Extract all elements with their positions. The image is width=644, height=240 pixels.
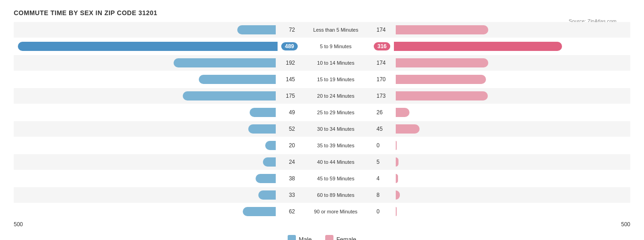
row-label: 60 to 89 Minutes <box>298 192 374 198</box>
male-label: Male <box>299 236 311 240</box>
row-label: 40 to 44 Minutes <box>298 159 374 165</box>
left-section: 52 <box>14 124 298 134</box>
male-swatch <box>288 235 296 240</box>
legend: Male Female <box>14 235 630 240</box>
female-value: 45 <box>377 126 395 132</box>
female-bar-container <box>393 42 644 51</box>
female-value: 0 <box>377 208 395 215</box>
chart-row: 72 Less than 5 Minutes 174 <box>14 22 630 38</box>
male-value: 145 <box>277 76 295 83</box>
male-value: 62 <box>277 208 295 215</box>
female-value: 0 <box>377 142 395 149</box>
chart-row: 175 20 to 24 Minutes 173 <box>14 88 630 104</box>
male-bar <box>265 141 276 150</box>
chart-row: 145 15 to 19 Minutes 170 <box>14 72 630 87</box>
left-section: 62 <box>14 207 298 216</box>
female-bar-container <box>395 75 644 84</box>
left-section: 20 <box>14 141 298 150</box>
female-bar-container <box>395 174 644 183</box>
male-bar <box>243 207 276 216</box>
row-label: 5 to 9 Minutes <box>298 44 374 49</box>
female-bar <box>396 157 398 167</box>
male-bar <box>18 42 278 51</box>
chart-row: 192 10 to 14 Minutes 174 <box>14 55 630 71</box>
female-bar <box>396 174 398 183</box>
female-value: 170 <box>377 76 395 83</box>
male-value: 489 <box>281 42 298 50</box>
row-label: 35 to 39 Minutes <box>298 143 374 148</box>
left-section: 49 <box>14 108 298 117</box>
female-bar <box>396 91 488 100</box>
female-value: 8 <box>377 192 395 198</box>
right-section: 316 <box>374 42 644 51</box>
right-section: 0 <box>374 141 644 150</box>
right-section: 173 <box>374 91 644 100</box>
female-bar-container <box>395 25 644 34</box>
male-bar <box>237 25 276 34</box>
right-section: 4 <box>374 174 644 183</box>
female-label: Female <box>336 236 356 240</box>
axis-labels: 500 500 <box>14 221 630 228</box>
female-bar <box>396 207 397 216</box>
female-bar <box>396 141 397 150</box>
row-label: 20 to 24 Minutes <box>298 93 374 99</box>
male-value: 33 <box>277 192 295 198</box>
male-bar <box>248 124 276 134</box>
row-label: 30 to 34 Minutes <box>298 126 374 132</box>
male-bar-container <box>14 108 277 117</box>
female-bar <box>396 108 409 117</box>
right-section: 170 <box>374 75 644 84</box>
female-bar-container <box>395 58 644 67</box>
female-bar-container <box>395 190 644 200</box>
row-label: 15 to 19 Minutes <box>298 77 374 82</box>
left-section: 489 <box>14 42 298 51</box>
male-bar-container <box>14 141 277 150</box>
male-bar <box>256 174 276 183</box>
male-bar-container <box>14 58 277 67</box>
female-bar <box>394 42 562 51</box>
female-bar-container <box>395 124 644 134</box>
male-value: 24 <box>277 159 295 165</box>
right-section: 174 <box>374 58 644 67</box>
male-bar <box>250 108 276 117</box>
chart-row: 52 30 to 34 Minutes 45 <box>14 121 630 137</box>
male-value: 38 <box>277 175 295 182</box>
left-section: 175 <box>14 91 298 100</box>
female-bar-container <box>395 207 644 216</box>
left-section: 33 <box>14 190 298 200</box>
row-label: 25 to 29 Minutes <box>298 110 374 115</box>
left-section: 192 <box>14 58 298 67</box>
chart-row: 62 90 or more Minutes 0 <box>14 204 630 219</box>
male-value: 49 <box>277 109 295 116</box>
female-bar <box>396 75 486 84</box>
right-section: 26 <box>374 108 644 117</box>
right-section: 174 <box>374 25 644 34</box>
chart-row: 24 40 to 44 Minutes 5 <box>14 154 630 170</box>
female-bar-container <box>395 108 644 117</box>
male-bar <box>183 91 276 100</box>
left-section: 24 <box>14 157 298 167</box>
male-value: 192 <box>277 60 295 66</box>
right-section: 45 <box>374 124 644 134</box>
axis-left: 500 <box>14 221 37 228</box>
chart-title: COMMUTE TIME BY SEX IN ZIP CODE 31201 <box>14 9 630 17</box>
axis-right: 500 <box>607 221 630 228</box>
row-label: 10 to 14 Minutes <box>298 60 374 66</box>
female-value: 5 <box>377 159 395 165</box>
row-label: Less than 5 Minutes <box>298 27 374 33</box>
female-bar <box>396 58 488 67</box>
male-bar-container <box>14 190 277 200</box>
left-section: 38 <box>14 174 298 183</box>
row-label: 45 to 59 Minutes <box>298 176 374 181</box>
male-bar-container <box>14 157 277 167</box>
left-section: 145 <box>14 75 298 84</box>
legend-male: Male <box>288 235 311 240</box>
female-bar <box>396 124 420 134</box>
chart-row: 20 35 to 39 Minutes 0 <box>14 138 630 153</box>
male-bar-container <box>14 207 277 216</box>
chart-row: 33 60 to 89 Minutes 8 <box>14 187 630 203</box>
chart-row: 489 5 to 9 Minutes 316 <box>14 39 630 54</box>
right-section: 0 <box>374 207 644 216</box>
male-bar-container <box>14 25 277 34</box>
chart-row: 38 45 to 59 Minutes 4 <box>14 171 630 186</box>
